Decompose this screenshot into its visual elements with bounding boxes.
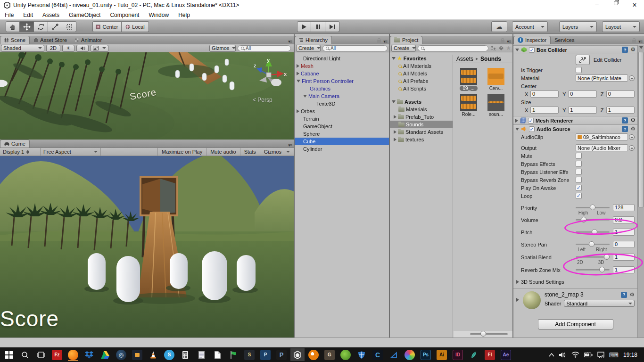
taskbar-app-feather[interactable] [467, 348, 481, 361]
breadcrumb-root[interactable]: Assets [456, 56, 473, 62]
hierarchy-item[interactable]: Graphics [295, 85, 389, 92]
taskbar-app-calculator[interactable] [178, 348, 192, 361]
tab-game[interactable]: Game [0, 140, 30, 148]
taskbar-app-notepad[interactable] [194, 348, 208, 361]
taskbar-app-illustrator[interactable]: Ai [435, 348, 449, 361]
taskbar-app-indesign[interactable]: ID [451, 348, 465, 361]
play-on-awake-checkbox[interactable]: ✓ [576, 185, 582, 191]
menu-window[interactable]: Window [144, 10, 173, 19]
pivot-local-button[interactable]: Local [122, 21, 149, 32]
taskbar-app-unity[interactable] [290, 348, 305, 361]
lock-icon[interactable] [377, 40, 381, 43]
hierarchy-item[interactable]: GameObject [295, 123, 389, 130]
wifi-icon[interactable] [571, 352, 579, 358]
taskbar-app-dropbox[interactable] [82, 348, 96, 361]
hierarchy-item[interactable]: Cylinder [295, 145, 389, 153]
tab-animator[interactable]: Animator [71, 36, 106, 44]
component-enabled-checkbox[interactable]: ✓ [529, 126, 535, 132]
scene-axis-gizmo[interactable]: y x z [250, 56, 288, 94]
menu-help[interactable]: Help [173, 10, 195, 19]
foldout-icon[interactable] [392, 100, 396, 103]
taskbar-app-firefox[interactable] [66, 348, 80, 361]
hierarchy-panel-menu-icon[interactable]: ▾≡ [383, 39, 387, 44]
tray-chevron-up-icon[interactable] [549, 353, 554, 357]
asset-file[interactable]: Role... [456, 94, 481, 117]
object-picker-icon[interactable] [629, 75, 635, 81]
inspector-panel-menu-icon[interactable]: ▾≡ [638, 39, 642, 44]
hierarchy-item[interactable]: Sphere [295, 130, 389, 138]
layout-dropdown[interactable]: Layout [602, 21, 640, 32]
battery-icon[interactable] [584, 352, 593, 358]
bypass-listener-checkbox[interactable] [576, 169, 582, 175]
rotate-tool-button[interactable] [34, 21, 48, 32]
effects-dropdown[interactable] [91, 45, 108, 52]
menu-edit[interactable]: Edit [18, 10, 38, 19]
hierarchy-item[interactable]: First Person Controller [295, 77, 389, 85]
play-button[interactable] [297, 21, 311, 32]
center-y-field[interactable]: 0 [568, 90, 596, 98]
project-tree-item[interactable]: All Scripts [390, 85, 453, 92]
aspect-dropdown[interactable]: Free Aspect [41, 148, 101, 156]
project-panel-menu-icon[interactable]: ▾≡ [507, 39, 511, 44]
tab-asset-store[interactable]: Asset Store [30, 36, 71, 44]
gear-icon[interactable]: ⚙ [629, 292, 635, 298]
thumbnail-zoom-slider[interactable] [470, 333, 508, 335]
hierarchy-item[interactable]: Cabane [295, 70, 389, 77]
perspective-label[interactable]: < Persp [253, 97, 272, 103]
search-by-type-icon[interactable] [490, 45, 496, 51]
bypass-effects-checkbox[interactable] [576, 161, 582, 167]
game-panel-menu-icon[interactable]: ▾≡ [286, 143, 294, 148]
hierarchy-item-selected[interactable]: Cube [295, 138, 389, 145]
foldout-icon[interactable] [297, 72, 299, 75]
foldout-icon[interactable] [515, 119, 518, 123]
tab-inspector[interactable]: i Inspector [513, 36, 551, 44]
action-center-icon[interactable] [597, 352, 604, 358]
game-viewport[interactable]: Score [0, 156, 294, 337]
audio-toggle-button[interactable] [76, 45, 89, 52]
taskbar-app-orange-vault[interactable] [130, 348, 144, 361]
bypass-reverb-checkbox[interactable] [576, 177, 582, 183]
help-icon[interactable]: ? [622, 126, 628, 132]
layers-dropdown[interactable]: Layers [559, 21, 597, 32]
foldout-icon[interactable] [516, 280, 519, 284]
inspector-scrollbar[interactable] [637, 45, 644, 347]
start-button[interactable] [2, 348, 16, 361]
scroll-up-arrow[interactable] [639, 46, 643, 49]
menu-gameobject[interactable]: GameObject [64, 10, 105, 19]
restore-button[interactable] [606, 1, 625, 5]
lock-icon[interactable] [501, 40, 504, 43]
close-button[interactable]: × [625, 1, 644, 9]
minimize-button[interactable]: – [587, 1, 606, 8]
task-view-button[interactable] [34, 348, 48, 361]
move-tool-button[interactable] [20, 21, 34, 32]
project-tree-item[interactable]: All Materials [390, 62, 453, 70]
menu-component[interactable]: Component [105, 10, 144, 19]
taskbar-app-vlc[interactable] [146, 348, 160, 361]
taskbar-app-photoshop[interactable]: Ps [419, 348, 433, 361]
volume-icon[interactable] [559, 352, 567, 358]
display-dropdown[interactable]: Display 1 [0, 148, 41, 156]
taskbar-clock[interactable]: 19:18 [623, 352, 637, 358]
center-x-field[interactable]: 0 [530, 90, 559, 98]
object-picker-icon[interactable] [629, 134, 635, 140]
shader-dropdown[interactable]: Standard [564, 300, 635, 307]
tab-hierarchy[interactable]: Hierarchy [295, 36, 332, 44]
taskbar-app-p[interactable]: P [274, 348, 289, 361]
priority-value-field[interactable]: 128 [613, 204, 635, 211]
maximize-on-play-button[interactable]: Maximize on Play [157, 148, 206, 156]
size-y-field[interactable]: 1 [568, 107, 596, 114]
spatial-blend-slider[interactable]: 2D 3D [576, 256, 610, 258]
menu-file[interactable]: File [0, 10, 18, 19]
foldout-icon[interactable] [516, 298, 519, 302]
mute-audio-button[interactable]: Mute audio [206, 148, 239, 156]
foldout-icon[interactable] [297, 64, 299, 68]
output-field[interactable]: None (Audio Mixer [576, 144, 628, 151]
taskbar-app-aftereffects[interactable]: Ae [499, 348, 513, 361]
taskbar-app-chameleon[interactable] [339, 348, 353, 361]
pause-button[interactable] [311, 21, 325, 32]
is-trigger-checkbox[interactable] [576, 67, 582, 73]
stereo-pan-slider[interactable]: Left Right [576, 244, 610, 245]
2d-toggle-button[interactable]: 2D [46, 45, 60, 52]
scene-gizmos-dropdown[interactable]: Gizmos [209, 45, 236, 52]
foldout-icon[interactable] [394, 138, 396, 141]
